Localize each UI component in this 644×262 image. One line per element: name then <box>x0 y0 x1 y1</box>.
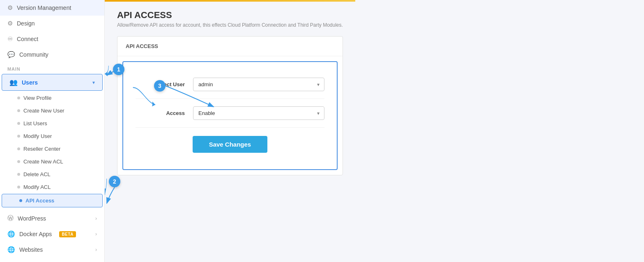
chevron-right-icon3: › <box>95 247 97 253</box>
chevron-down-icon: ▾ <box>92 80 95 85</box>
dot-icon <box>17 122 20 125</box>
sidebar-item-docker-apps[interactable]: 🌐 Docker Apps BETA › <box>0 226 104 242</box>
main-content-wrapper: API ACCESS Allow/Remove API access for a… <box>105 0 355 262</box>
sidebar-sub-item-create-new-acl[interactable]: Create New ACL <box>0 155 104 168</box>
page-title: API ACCESS <box>117 10 343 21</box>
api-access-card: API ACCESS Select User admin <box>117 36 343 175</box>
dot-icon <box>17 97 20 99</box>
sidebar-item-label: Community <box>19 51 48 58</box>
card-section-title: API ACCESS <box>117 37 343 56</box>
chevron-right-icon2: › <box>95 231 97 237</box>
sidebar-item-version-management[interactable]: ⚙ Version Management <box>0 0 104 16</box>
dot-icon <box>17 173 20 176</box>
form-actions: Save Changes <box>136 128 324 157</box>
sidebar-sub-item-api-access[interactable]: API Access <box>2 194 103 207</box>
save-changes-button[interactable]: Save Changes <box>193 136 268 153</box>
dot-icon <box>17 160 20 163</box>
sidebar-item-label: Design <box>17 20 35 27</box>
access-dropdown[interactable]: Enable Disable <box>193 106 324 120</box>
sub-item-label: List Users <box>23 120 47 126</box>
beta-badge: BETA <box>59 231 76 237</box>
sidebar-item-label: Websites <box>19 246 43 253</box>
annotation-3: 3 <box>154 80 166 92</box>
sidebar-item-label: WordPress <box>18 215 46 222</box>
sidebar-sub-item-create-new-user[interactable]: Create New User <box>0 104 104 117</box>
sidebar-item-label: Docker Apps <box>19 231 52 237</box>
sidebar-item-users[interactable]: 👥 Users ▾ <box>2 74 103 91</box>
gear-icon: ⚙ <box>7 20 13 27</box>
sidebar-sub-item-modify-acl[interactable]: Modify ACL <box>0 181 104 193</box>
wordpress-icon: Ⓦ <box>7 214 14 222</box>
sub-item-label: Modify ACL <box>23 184 51 190</box>
docker-icon: 🌐 <box>7 230 15 238</box>
sub-item-label: View Profile <box>23 95 51 101</box>
sub-item-label: Create New User <box>23 108 64 114</box>
select-user-dropdown[interactable]: admin <box>193 78 324 91</box>
sidebar-item-label: Connect <box>17 36 38 42</box>
community-icon: 💬 <box>7 51 15 58</box>
select-user-wrapper: admin <box>193 78 324 91</box>
sidebar-item-design[interactable]: ⚙ Design <box>0 16 104 31</box>
sub-item-label: Delete ACL <box>23 171 51 177</box>
sidebar: ⚙ Version Management ⚙ Design ♾ Connect … <box>0 0 105 262</box>
sidebar-item-community[interactable]: 💬 Community <box>0 47 104 62</box>
access-wrapper: Enable Disable <box>193 106 324 120</box>
form-row-access: Access Enable Disable <box>136 99 324 128</box>
dot-icon <box>19 199 22 202</box>
sidebar-sub-item-delete-acl[interactable]: Delete ACL <box>0 168 104 181</box>
dot-icon <box>17 109 20 112</box>
sidebar-item-wordpress[interactable]: Ⓦ WordPress › <box>0 210 104 226</box>
sub-item-label: Create New ACL <box>23 159 63 165</box>
sidebar-sub-item-view-profile[interactable]: View Profile <box>0 92 104 104</box>
content-area: API ACCESS Allow/Remove API access for a… <box>105 2 355 184</box>
sub-item-label: API Access <box>25 198 54 204</box>
users-icon: 👥 <box>9 78 18 86</box>
websites-icon: 🌐 <box>7 246 15 253</box>
sidebar-sub-item-modify-user[interactable]: Modify User <box>0 130 104 142</box>
annotation-1: 1 <box>113 64 124 75</box>
sidebar-item-connect[interactable]: ♾ Connect <box>0 31 104 47</box>
sidebar-item-label: Version Management <box>17 5 71 11</box>
access-label: Access <box>136 110 185 116</box>
chevron-right-icon: › <box>95 216 97 221</box>
sub-item-label: Modify User <box>23 133 52 139</box>
gear-icon: ⚙ <box>7 4 13 11</box>
users-label: Users <box>22 79 38 86</box>
annotation-2: 2 <box>109 176 120 187</box>
sidebar-section-main: MAIN <box>0 62 104 73</box>
dot-icon <box>17 135 20 138</box>
dot-icon <box>17 186 20 188</box>
page-subtitle: Allow/Remove API access for account, thi… <box>117 22 343 28</box>
sub-item-label: Reseller Center <box>23 146 60 152</box>
sidebar-sub-item-list-users[interactable]: List Users <box>0 117 104 130</box>
dot-icon <box>17 147 20 150</box>
sidebar-item-websites[interactable]: 🌐 Websites › <box>0 242 104 257</box>
connect-icon: ♾ <box>7 35 13 43</box>
inner-form-box: Select User admin Access Enable <box>122 61 338 170</box>
sidebar-sub-item-reseller-center[interactable]: Reseller Center <box>0 142 104 155</box>
